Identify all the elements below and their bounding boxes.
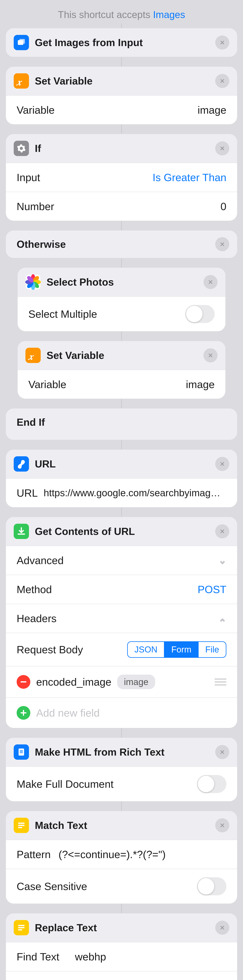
form-field-row: encoded_image image	[6, 666, 237, 697]
action-title: End If	[17, 416, 229, 428]
svg-rect-11	[18, 929, 22, 931]
action-title: Replace Text	[35, 922, 209, 934]
find-text-row[interactable]: Find Text webhp	[6, 942, 237, 971]
remove-action-button[interactable]	[204, 348, 218, 363]
headers-row[interactable]: Headers	[6, 604, 237, 633]
select-multiple-toggle[interactable]	[185, 305, 215, 323]
replace-with-row[interactable]: Replace With search	[6, 971, 237, 980]
remove-action-button[interactable]	[204, 275, 218, 289]
url-row[interactable]: URL https://www.google.com/searchbyimag…	[6, 478, 237, 507]
seg-json[interactable]: JSON	[128, 642, 164, 657]
svg-rect-9	[18, 925, 24, 926]
text-icon	[14, 818, 29, 833]
accepts-type-link[interactable]: Images	[153, 9, 185, 20]
chevron-down-icon	[219, 557, 226, 564]
method-value[interactable]: POST	[197, 583, 226, 595]
remove-action-button[interactable]	[215, 524, 229, 538]
add-field-row[interactable]: Add new field	[6, 697, 237, 728]
svg-rect-7	[18, 825, 24, 826]
if-number-row[interactable]: Number 0	[6, 192, 237, 221]
reorder-grip-icon[interactable]	[215, 679, 226, 686]
condition-value[interactable]: Is Greater Than	[153, 171, 226, 183]
action-make-html: Make HTML from Rich Text Make Full Docum…	[6, 738, 237, 801]
if-input-row[interactable]: Input Is Greater Than	[6, 163, 237, 192]
remove-action-button[interactable]	[215, 237, 229, 251]
case-sensitive-toggle[interactable]	[197, 877, 226, 895]
action-title: Set Variable	[47, 350, 197, 361]
action-get-contents-url: Get Contents of URL Advanced Method POST…	[6, 517, 237, 728]
add-field-label: Add new field	[36, 707, 99, 719]
find-label: Find Text	[17, 951, 59, 963]
request-body-row: Request Body JSON Form File	[6, 633, 237, 666]
action-title: Get Contents of URL	[35, 525, 209, 537]
headers-label: Headers	[17, 612, 57, 624]
remove-action-button[interactable]	[215, 35, 229, 49]
remove-action-button[interactable]	[215, 745, 229, 759]
svg-rect-6	[18, 822, 24, 824]
body-type-segmented[interactable]: JSON Form File	[127, 641, 226, 658]
url-label: URL	[17, 487, 38, 499]
action-set-variable: 𝑥 Set Variable Variable image	[17, 341, 226, 399]
advanced-row[interactable]: Advanced	[6, 546, 237, 575]
svg-rect-1	[19, 39, 25, 44]
input-label: Input	[17, 171, 40, 183]
find-value[interactable]: webhp	[75, 951, 106, 963]
action-end-if: End If	[6, 409, 237, 440]
action-if: If Input Is Greater Than Number 0	[6, 134, 237, 221]
method-row[interactable]: Method POST	[6, 575, 237, 604]
remove-action-button[interactable]	[215, 74, 229, 88]
seg-form[interactable]: Form	[164, 642, 199, 657]
variable-value[interactable]: image	[197, 104, 226, 116]
action-set-variable: 𝑥 Set Variable Variable image	[6, 67, 237, 124]
photos-app-icon	[25, 274, 41, 290]
add-field-button[interactable]	[17, 706, 30, 720]
variable-row[interactable]: Variable image	[17, 370, 226, 399]
field-key[interactable]: encoded_image	[36, 676, 111, 688]
accepts-prefix: This shortcut accepts	[58, 9, 153, 20]
remove-action-button[interactable]	[215, 457, 229, 471]
action-get-images: Get Images from Input	[6, 28, 237, 57]
remove-action-button[interactable]	[215, 818, 229, 832]
variable-label: Variable	[17, 104, 55, 116]
variable-value[interactable]: image	[186, 378, 215, 390]
full-document-toggle[interactable]	[197, 775, 226, 793]
remove-field-button[interactable]	[17, 675, 30, 689]
chevron-up-icon	[219, 614, 226, 622]
action-title: Otherwise	[17, 238, 209, 250]
action-url: URL URL https://www.google.com/searchbyi…	[6, 450, 237, 507]
action-select-photos: Select Photos Select Multiple	[17, 268, 226, 331]
action-title: If	[35, 143, 209, 154]
action-title: Match Text	[35, 819, 209, 831]
svg-rect-2	[19, 749, 24, 756]
text-icon	[14, 920, 29, 935]
action-title: URL	[35, 458, 209, 470]
svg-rect-5	[20, 752, 23, 753]
svg-rect-3	[20, 750, 23, 751]
body-label: Request Body	[17, 643, 83, 655]
download-icon	[14, 524, 29, 539]
action-title: Make HTML from Rich Text	[35, 746, 209, 758]
document-icon	[14, 745, 29, 760]
gear-icon	[14, 141, 29, 156]
action-title: Set Variable	[35, 75, 209, 87]
make-full-document-row: Make Full Document	[6, 766, 237, 801]
case-label: Case Sensitive	[17, 880, 87, 892]
remove-action-button[interactable]	[215, 141, 229, 156]
variable-icon: 𝑥	[14, 73, 29, 89]
variable-row[interactable]: Variable image	[6, 95, 237, 124]
action-match-text: Match Text Pattern (?<=continue=).*?(?="…	[6, 811, 237, 904]
remove-action-button[interactable]	[215, 921, 229, 935]
method-label: Method	[17, 583, 52, 595]
svg-rect-8	[18, 827, 22, 828]
full-document-label: Make Full Document	[17, 778, 114, 790]
link-icon	[14, 456, 29, 472]
number-value[interactable]: 0	[221, 200, 226, 212]
action-title: Get Images from Input	[35, 37, 209, 48]
select-multiple-label: Select Multiple	[28, 308, 97, 320]
pattern-value[interactable]: (?<=continue=).*?(?=")	[58, 848, 166, 861]
variable-label: Variable	[28, 378, 66, 390]
seg-file[interactable]: File	[199, 642, 226, 657]
url-value[interactable]: https://www.google.com/searchbyimag…	[44, 487, 220, 499]
field-value-pill[interactable]: image	[117, 675, 155, 689]
pattern-row[interactable]: Pattern (?<=continue=).*?(?=")	[6, 840, 237, 869]
